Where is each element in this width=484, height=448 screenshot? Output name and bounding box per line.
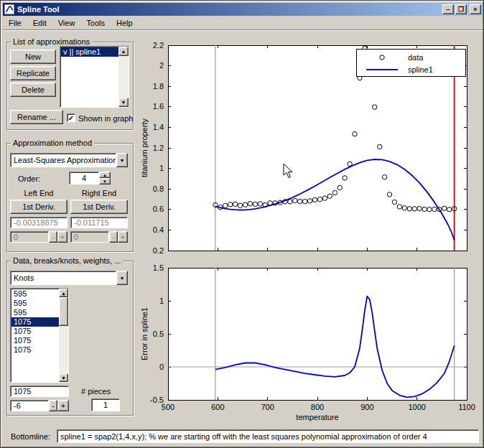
y-tick-label: 0.2 xyxy=(153,246,164,255)
plot-box xyxy=(168,268,467,400)
checkmark-icon: ✓ xyxy=(68,114,74,122)
close-button[interactable]: × xyxy=(470,4,481,14)
approximations-list-items: v || spline1 xyxy=(61,47,118,57)
window-title: Spline Tool xyxy=(17,5,441,14)
right-end-plus-button[interactable]: + xyxy=(118,231,128,243)
y-tick-label: 0.8 xyxy=(153,185,164,193)
knots-scroll-up-icon[interactable]: ▲ xyxy=(59,289,68,297)
y-tick-label: 1.8 xyxy=(153,82,164,90)
delete-button[interactable]: Delete xyxy=(10,83,56,97)
left-end-label: Left End xyxy=(10,189,68,197)
knot-item-3[interactable]: 1075 xyxy=(11,317,59,327)
y-tick-label: 1.5 xyxy=(153,263,164,272)
scroll-up-icon[interactable]: ▲ xyxy=(118,47,129,56)
y-tick-label: 1 xyxy=(159,297,164,305)
knot-plus-button[interactable]: + xyxy=(57,400,69,411)
knot-item-4[interactable]: 1075 xyxy=(11,327,59,336)
method-dropdown[interactable]: Least-Squares Approximation xyxy=(10,153,116,167)
left-end-plus-button[interactable]: + xyxy=(57,231,68,243)
knots-scroll-down-icon[interactable]: ▼ xyxy=(59,373,68,382)
knot-item-0[interactable]: 595 xyxy=(11,289,59,299)
x-tick-label: 600 xyxy=(211,403,224,411)
menu-item-help[interactable]: Help xyxy=(111,17,139,29)
order-label: Order: xyxy=(18,174,40,183)
minimize-button[interactable]: – xyxy=(442,4,454,14)
x-tick-label: 1000 xyxy=(408,403,425,411)
y-tick-label: 2 xyxy=(159,61,164,70)
right-end-value-input[interactable]: -0.011715 xyxy=(70,217,128,228)
right-end-spin-input[interactable]: 0 xyxy=(70,231,109,243)
knot-minus-button[interactable]: - xyxy=(49,400,57,411)
knots-list-items: 5955955951075107510751075 xyxy=(11,289,59,355)
rename-button[interactable]: Rename ... xyxy=(10,110,63,124)
x-tick-label: 900 xyxy=(360,403,373,411)
order-down-icon[interactable]: ▼ xyxy=(99,178,111,185)
group-label-approximations: List of approximations xyxy=(11,37,92,46)
y-tick-label: 0.5 xyxy=(153,330,164,338)
x-tick-label: 700 xyxy=(261,403,274,411)
knot-spin-input[interactable]: -6 xyxy=(10,400,49,411)
bottomline-input[interactable]: spline1 = spap2(1,4,x,y); % we are start… xyxy=(57,429,479,443)
approximation-item-0[interactable]: v || spline1 xyxy=(61,47,118,57)
knot-item-6[interactable]: 1075 xyxy=(11,345,59,355)
right-end-minus-button[interactable]: - xyxy=(109,231,118,243)
window: Spline Tool – ❐ × FileEditViewToolsHelp … xyxy=(0,0,484,448)
group-label-data: Data, breaks/knots, weights, ... xyxy=(11,256,123,265)
knot-item-1[interactable]: 595 xyxy=(11,299,59,308)
right-end-label: Right End xyxy=(70,189,128,197)
x-tick-label: 1100 xyxy=(458,403,475,411)
menu-bar: FileEditViewToolsHelp xyxy=(3,16,483,29)
knot-item-2[interactable]: 595 xyxy=(11,308,59,317)
legend-label-spline1: spline1 xyxy=(408,65,433,74)
y-tick-label: 1.6 xyxy=(153,102,164,111)
pieces-label: # pieces xyxy=(81,387,111,396)
left-end-minus-button[interactable]: - xyxy=(49,231,57,243)
x-tick-label: 800 xyxy=(311,403,324,411)
knots-scroll-thumb[interactable] xyxy=(59,297,68,326)
title-bar[interactable]: Spline Tool – ❐ × xyxy=(3,3,483,16)
knots-dropdown[interactable]: Knots xyxy=(10,271,116,285)
left-end-value-input[interactable]: -0.00318875 xyxy=(10,217,68,228)
y-tick-label: 0.6 xyxy=(153,205,164,213)
shown-in-graph-checkbox[interactable]: ✓ xyxy=(67,113,75,122)
scroll-down-icon[interactable]: ▼ xyxy=(118,98,129,107)
group-label-method: Approximation method xyxy=(11,139,94,147)
app-icon xyxy=(4,4,14,14)
replicate-button[interactable]: Replicate xyxy=(10,66,56,80)
knot-value-input[interactable]: 1075 xyxy=(10,386,69,397)
menu-item-file[interactable]: File xyxy=(3,17,27,29)
menu-item-edit[interactable]: Edit xyxy=(27,17,52,29)
y-axis-label: Error in spline1 xyxy=(140,307,149,360)
y-tick-label: 0.4 xyxy=(153,225,164,234)
order-up-icon[interactable]: ▲ xyxy=(99,172,111,178)
bottom-chart[interactable]: -0.500.511.550060070080090010001100Error… xyxy=(139,258,482,429)
right-end-deriv-button[interactable]: 1st Deriv. xyxy=(70,200,128,214)
y-tick-label: 0 xyxy=(159,363,164,371)
y-tick-label: 1.4 xyxy=(153,123,164,131)
y-tick-label: 2.2 xyxy=(153,41,164,50)
x-tick-label: 500 xyxy=(162,403,174,411)
new-button[interactable]: New xyxy=(10,50,56,64)
y-tick-label: 1 xyxy=(159,164,164,172)
left-end-spin-input[interactable]: 0 xyxy=(10,231,49,243)
pieces-value: 1 xyxy=(91,398,120,411)
method-dropdown-arrow-icon[interactable]: ▼ xyxy=(116,153,128,167)
shown-in-graph-label: Shown in graph xyxy=(78,114,133,123)
legend-label-data: data xyxy=(408,53,424,62)
menu-item-tools[interactable]: Tools xyxy=(80,17,111,29)
bottomline-label: Bottomline: xyxy=(11,432,50,441)
y-axis-label: titanium property xyxy=(140,118,149,177)
knots-dropdown-arrow-icon[interactable]: ▼ xyxy=(116,271,128,285)
y-tick-label: 1.2 xyxy=(153,144,164,152)
menu-item-view[interactable]: View xyxy=(52,17,81,29)
order-input[interactable]: 4 xyxy=(69,172,99,185)
knot-item-5[interactable]: 1075 xyxy=(11,336,59,345)
x-axis-label: temperature xyxy=(296,413,338,421)
top-chart[interactable]: 0.20.40.60.811.21.41.61.822.2titanium pr… xyxy=(139,35,482,261)
left-end-deriv-button[interactable]: 1st Deriv. xyxy=(10,200,68,214)
maximize-button[interactable]: ❐ xyxy=(455,4,467,14)
